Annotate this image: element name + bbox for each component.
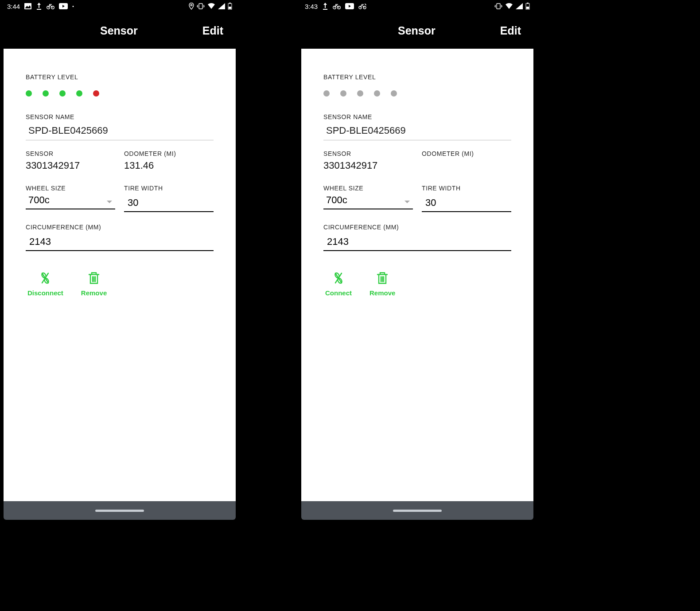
svg-rect-20 [527,3,529,4]
status-bar: 3:43 [301,0,533,12]
wheel-size-value: 700c [26,194,115,206]
wheel-size-select[interactable]: 700c [26,194,115,209]
svg-rect-8 [229,3,231,4]
battery-dot [391,90,397,97]
svg-point-5 [191,4,192,6]
svg-rect-12 [323,9,327,10]
youtube-icon [59,3,68,9]
vibrate-icon [197,3,205,9]
svg-rect-21 [526,7,529,9]
odometer-label: ODOMETER (MI) [422,150,511,157]
svg-rect-6 [199,4,202,9]
wheel-size-label: WHEEL SIZE [323,185,413,192]
odometer-label: ODOMETER (MI) [124,150,214,157]
navigation-bar[interactable] [301,501,533,520]
signal-icon [516,3,523,9]
battery-icon [525,3,530,10]
battery-dot [93,90,99,97]
status-bar: 3:44 • [4,0,236,12]
battery-dot [59,90,66,97]
youtube-icon [345,3,354,9]
content-area: BATTERY LEVEL SENSOR NAME SENSOR 3301342… [4,49,236,501]
navigation-bar[interactable] [4,501,236,520]
sensor-id-value: 3301342917 [323,160,413,171]
nav-pill [95,510,144,512]
chevron-down-icon [404,198,410,206]
odometer-value: 131.46 [124,160,214,171]
tire-width-input[interactable] [422,194,511,212]
wheel-size-value: 700c [323,194,413,206]
svg-rect-9 [229,7,231,9]
battery-dot [357,90,363,97]
upload-icon [36,3,42,10]
wifi-icon [207,3,215,9]
battery-level-label: BATTERY LEVEL [26,73,214,81]
sensor-id-label: SENSOR [323,150,413,157]
image-icon [24,3,31,9]
action-label: Remove [81,289,107,297]
svg-point-16 [359,6,362,9]
battery-dot [374,90,380,97]
circumference-label: CIRCUMFERENCE (MM) [323,224,511,231]
chevron-down-icon [106,198,113,206]
remove-button[interactable]: Remove [369,271,395,297]
svg-rect-18 [497,4,500,9]
trash-icon [375,271,390,286]
action-label: Connect [325,289,352,297]
vibrate-icon [494,3,502,9]
nav-pill [393,510,442,512]
wifi-icon [505,3,513,9]
sensor-name-label: SENSOR NAME [323,113,511,120]
tire-width-label: TIRE WIDTH [124,185,214,192]
battery-dot [76,90,82,97]
bike-alt-icon [358,3,366,10]
content-area: BATTERY LEVEL SENSOR NAME SENSOR 3301342… [301,49,533,501]
connect-button[interactable]: Connect [325,271,352,297]
status-time: 3:43 [305,3,318,10]
edit-button[interactable]: Edit [202,24,223,37]
signal-icon [218,3,225,9]
battery-level-indicator [26,90,214,97]
battery-dot [340,90,346,97]
battery-dot [43,90,49,97]
page-title: Sensor [100,24,138,37]
circumference-label: CIRCUMFERENCE (MM) [26,224,214,231]
sensor-id-label: SENSOR [26,150,115,157]
app-bar: Sensor Edit [4,12,236,49]
disconnect-button[interactable]: Disconnect [27,271,63,297]
sensor-name-input[interactable] [26,120,214,140]
status-time: 3:44 [7,3,20,10]
location-icon [189,3,194,10]
dot-icon: • [72,4,74,9]
remove-button[interactable]: Remove [81,271,107,297]
upload-icon [322,3,328,10]
battery-icon [228,3,232,10]
phone-screen-right: 3:43 Sensor Edit BATTERY LEVEL SENSOR NA… [301,0,533,520]
app-bar: Sensor Edit [301,12,533,49]
bike-icon [47,3,54,9]
svg-rect-1 [37,9,41,10]
wheel-size-label: WHEEL SIZE [26,185,115,192]
circumference-input[interactable] [26,233,214,251]
page-title: Sensor [398,24,436,37]
tire-width-input[interactable] [124,194,214,212]
phone-screen-left: 3:44 • Sensor Edit BATTERY LEVEL [4,0,236,520]
action-label: Disconnect [27,289,63,297]
trash-icon [86,271,101,286]
sensor-name-label: SENSOR NAME [26,113,214,120]
battery-dot [323,90,330,97]
disconnect-icon [38,271,53,286]
circumference-input[interactable] [323,233,511,251]
sensor-id-value: 3301342917 [26,160,115,171]
bike-icon [333,3,341,9]
edit-button[interactable]: Edit [500,24,521,37]
wheel-size-select[interactable]: 700c [323,194,413,209]
battery-level-indicator [323,90,511,97]
tire-width-label: TIRE WIDTH [422,185,511,192]
battery-level-label: BATTERY LEVEL [323,73,511,81]
sensor-name-input[interactable] [323,120,511,140]
action-label: Remove [369,289,395,297]
connect-icon [331,271,346,286]
battery-dot [26,90,32,97]
